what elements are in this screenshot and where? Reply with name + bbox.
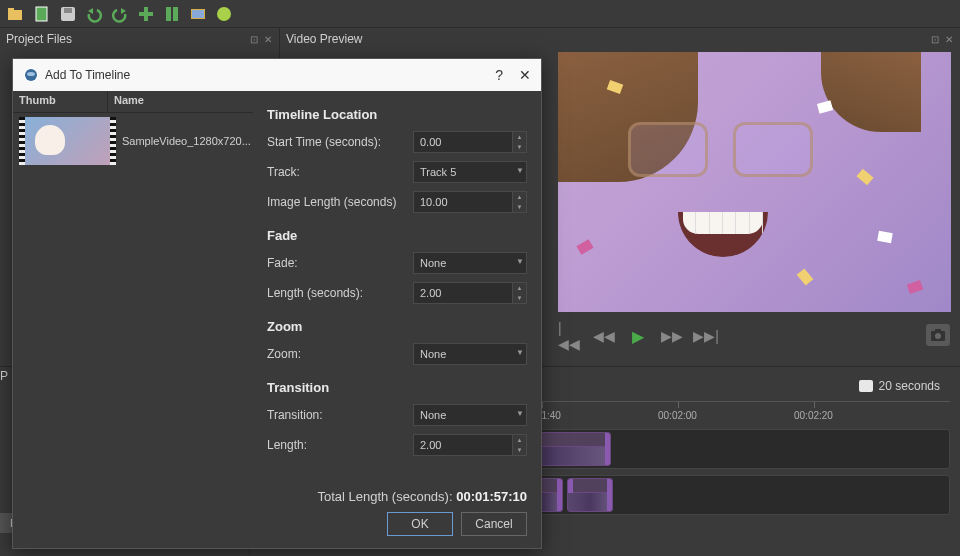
- chevron-down-icon[interactable]: ▼: [516, 166, 524, 175]
- cancel-button[interactable]: Cancel: [461, 512, 527, 536]
- skip-end-icon[interactable]: ▶▶|: [694, 324, 718, 348]
- spin-up-icon[interactable]: ▲: [513, 283, 526, 293]
- chevron-down-icon[interactable]: ▼: [516, 257, 524, 266]
- total-length-row: Total Length (seconds): 00:01:57:10: [13, 475, 541, 512]
- fade-length-input[interactable]: 2.00▲▼: [413, 282, 527, 304]
- ruler-tick: 00:02:20: [814, 402, 950, 425]
- total-length-label: Total Length (seconds):: [317, 489, 452, 504]
- zoom-label: Zoom:: [267, 347, 413, 361]
- svg-rect-15: [935, 329, 941, 332]
- zoom-indicator: 20 seconds: [859, 379, 940, 393]
- svg-rect-0: [8, 10, 22, 20]
- undo-icon[interactable]: [84, 4, 104, 24]
- fade-length-label: Length (seconds):: [267, 286, 413, 300]
- file-item-name: SampleVideo_1280x720...: [122, 135, 251, 147]
- add-to-timeline-dialog: Add To Timeline ? ✕ Thumb Name SampleVid…: [12, 58, 542, 549]
- transition-select[interactable]: None▼: [413, 404, 527, 426]
- project-files-header: Project Files ⊡ ✕: [0, 28, 279, 50]
- preview-frame: [558, 52, 951, 312]
- new-file-icon[interactable]: [32, 4, 52, 24]
- marker-icon[interactable]: [188, 4, 208, 24]
- add-icon[interactable]: [136, 4, 156, 24]
- image-length-input[interactable]: 10.00▲▼: [413, 191, 527, 213]
- video-preview-header: Video Preview ⊡ ✕: [280, 28, 960, 50]
- main-toolbar: [0, 0, 960, 28]
- timeline-clip[interactable]: [567, 478, 613, 512]
- file-item[interactable]: SampleVideo_1280x720...: [13, 113, 253, 169]
- svg-rect-9: [173, 7, 178, 21]
- zoom-select[interactable]: None▼: [413, 343, 527, 365]
- svg-rect-7: [139, 12, 153, 16]
- svg-point-12: [217, 7, 231, 21]
- svg-point-14: [935, 333, 941, 339]
- zoom-indicator-label: 20 seconds: [879, 379, 940, 393]
- svg-point-19: [27, 72, 35, 76]
- close-icon[interactable]: ✕: [519, 67, 531, 83]
- split-icon[interactable]: [162, 4, 182, 24]
- spin-down-icon[interactable]: ▼: [513, 202, 526, 212]
- chevron-down-icon[interactable]: ▼: [516, 409, 524, 418]
- snapshot-button[interactable]: [926, 324, 950, 346]
- svg-rect-1: [8, 8, 14, 11]
- panel-undock-icon[interactable]: ⊡: [248, 34, 259, 45]
- open-file-icon[interactable]: [6, 4, 26, 24]
- spin-up-icon[interactable]: ▲: [513, 435, 526, 445]
- project-files-title: Project Files: [6, 32, 72, 46]
- track-select[interactable]: Track 5▼: [413, 161, 527, 183]
- start-time-label: Start Time (seconds):: [267, 135, 413, 149]
- record-icon[interactable]: [214, 4, 234, 24]
- svg-rect-11: [192, 10, 204, 18]
- dialog-titlebar[interactable]: Add To Timeline ? ✕: [13, 59, 541, 91]
- section-transition: Transition: [267, 380, 527, 395]
- start-time-input[interactable]: 0.00▲▼: [413, 131, 527, 153]
- track-label: Track:: [267, 165, 413, 179]
- section-timeline-location: Timeline Location: [267, 107, 527, 122]
- transition-length-input[interactable]: 2.00▲▼: [413, 434, 527, 456]
- image-length-label: Image Length (seconds): [267, 195, 413, 209]
- save-icon[interactable]: [58, 4, 78, 24]
- fade-select[interactable]: None▼: [413, 252, 527, 274]
- playback-controls: |◀◀ ◀◀ ▶ ▶▶ ▶▶|: [558, 324, 718, 348]
- svg-rect-5: [64, 8, 72, 13]
- spin-up-icon[interactable]: ▲: [513, 192, 526, 202]
- transition-label: Transition:: [267, 408, 413, 422]
- help-icon[interactable]: ?: [495, 67, 503, 83]
- transition-length-label: Length:: [267, 438, 413, 452]
- dialog-title: Add To Timeline: [45, 68, 130, 82]
- column-thumb[interactable]: Thumb: [13, 91, 108, 112]
- tab-p[interactable]: P: [0, 369, 8, 383]
- column-name[interactable]: Name: [108, 91, 150, 112]
- spin-down-icon[interactable]: ▼: [513, 293, 526, 303]
- redo-icon[interactable]: [110, 4, 130, 24]
- panel-undock-icon[interactable]: ⊡: [929, 34, 940, 45]
- play-icon[interactable]: ▶: [626, 324, 650, 348]
- section-zoom: Zoom: [267, 319, 527, 334]
- zoom-scale-icon: [859, 380, 873, 392]
- total-length-value: 00:01:57:10: [456, 489, 527, 504]
- file-thumbnail: [19, 117, 116, 165]
- rewind-icon[interactable]: ◀◀: [592, 324, 616, 348]
- section-fade: Fade: [267, 228, 527, 243]
- panel-close-icon[interactable]: ✕: [262, 34, 273, 45]
- svg-rect-2: [36, 7, 47, 21]
- chevron-down-icon[interactable]: ▼: [516, 348, 524, 357]
- app-icon: [23, 67, 39, 83]
- panel-close-icon[interactable]: ✕: [943, 34, 954, 45]
- spin-down-icon[interactable]: ▼: [513, 142, 526, 152]
- fade-label: Fade:: [267, 256, 413, 270]
- svg-rect-8: [166, 7, 171, 21]
- ok-button[interactable]: OK: [387, 512, 453, 536]
- spin-up-icon[interactable]: ▲: [513, 132, 526, 142]
- skip-start-icon[interactable]: |◀◀: [558, 324, 582, 348]
- video-preview-title: Video Preview: [286, 32, 363, 46]
- forward-icon[interactable]: ▶▶: [660, 324, 684, 348]
- spin-down-icon[interactable]: ▼: [513, 445, 526, 455]
